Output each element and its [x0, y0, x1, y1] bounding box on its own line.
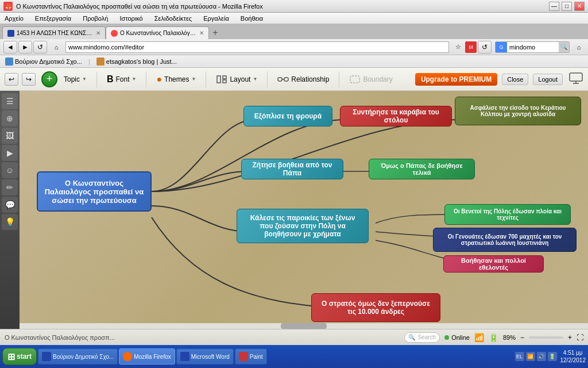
- taskbar-btn-paint[interactable]: Paint: [235, 348, 267, 365]
- sidebar-media-icon[interactable]: ▶: [2, 145, 18, 161]
- font-button[interactable]: B Font ▼: [102, 70, 142, 89]
- logout-button[interactable]: Logout: [533, 74, 563, 85]
- sidebar-menu-icon[interactable]: ☰: [2, 93, 18, 109]
- refresh-button[interactable]: ↺: [478, 41, 492, 53]
- tray-volume[interactable]: 🔊: [537, 352, 546, 361]
- tray-network[interactable]: 📶: [526, 352, 535, 361]
- node-5[interactable]: Όμως ο Πάπας δε βοήθησε τελικά: [369, 159, 475, 179]
- redo-button[interactable]: ↪: [22, 73, 36, 86]
- sidebar-note-icon[interactable]: 💡: [2, 214, 18, 230]
- taskbar: ⊞ start Βούριον Δημοτικό Σχο... Mozilla …: [0, 345, 588, 368]
- node-2[interactable]: Συντήρησε τα καράβια του στόλου: [340, 106, 452, 126]
- node2-text: Συντήρησε τα καράβια του στόλου: [346, 108, 446, 124]
- taskbar-btn-school[interactable]: Βούριον Δημοτικό Σχο...: [38, 348, 118, 365]
- tab-mindomo[interactable]: Ο Κωνσταντίνος Παλαιολόγος προσπ... ✕: [106, 26, 209, 39]
- status-search-box[interactable]: 🔍 Search: [404, 332, 440, 343]
- maximize-button[interactable]: □: [562, 2, 572, 11]
- central-node[interactable]: Ο Κωνσταντίνος Παλαιολόγος προσπαθεί να …: [37, 171, 152, 212]
- star-icon[interactable]: ☆: [452, 41, 464, 53]
- tab-1453[interactable]: 1453 Η ΑΛΩΣΗ ΤΗΣ ΚΩΝΣΤΑΝΤΙΝΟΥ... ✕: [2, 26, 106, 39]
- node1-text: Εξόπλισε τη φρουρά: [254, 112, 322, 120]
- tab1-close[interactable]: ✕: [96, 30, 100, 36]
- start-icon: ⊞: [7, 351, 15, 362]
- h-scrollbar[interactable]: [20, 323, 588, 329]
- forward-button[interactable]: ►: [18, 41, 32, 53]
- node9-text: Βοήθησαν και πολλοί εθελοντές: [450, 257, 537, 271]
- node-9[interactable]: Βοήθησαν και πολλοί εθελοντές: [443, 255, 544, 273]
- taskbar-icon-paint: [239, 352, 248, 361]
- lang-label: EL: [516, 354, 523, 359]
- menu-help[interactable]: Βοήθεια: [238, 14, 265, 23]
- left-sidebar: ☰ ⊕ 🖼 ▶ ☺ ✏ 💬 💡: [0, 91, 20, 329]
- add-topic-button[interactable]: +: [41, 71, 57, 87]
- topic-button[interactable]: Topic ▼: [59, 70, 92, 89]
- menu-file[interactable]: Αρχείο: [2, 14, 26, 23]
- mindmap-canvas[interactable]: Ο Κωνσταντίνος Παλαιολόγος προσπαθεί να …: [20, 91, 588, 329]
- menu-tools[interactable]: Εργαλεία: [201, 14, 231, 23]
- home-button[interactable]: ⌂: [51, 41, 62, 53]
- presentation-icon: [568, 72, 583, 85]
- bookmark-2[interactable]: etsagkatos's blog | Just...: [95, 57, 179, 66]
- node8-text: Οι Γενουάτες έδωσαν 700 μαχητές και τον …: [439, 233, 570, 246]
- presentation-button[interactable]: [568, 72, 583, 86]
- layout-chevron: ▼: [253, 76, 257, 82]
- search-button[interactable]: 🔍: [559, 41, 569, 53]
- node-7[interactable]: Οι Βενετοί της Πόλης έδωσαν πλοία και τε…: [444, 204, 571, 225]
- font-chevron: ▼: [132, 76, 137, 82]
- url-input[interactable]: [65, 41, 449, 53]
- menu-edit[interactable]: Επεξεργασία: [33, 14, 74, 23]
- sidebar-image-icon[interactable]: 🖼: [2, 128, 18, 144]
- node-3[interactable]: Ασφάλισε την είσοδο του Κεράτιου Κόλπου …: [455, 97, 581, 125]
- tray-battery[interactable]: 🔋: [548, 352, 557, 361]
- tray-lang[interactable]: EL: [515, 352, 524, 361]
- home-icon2[interactable]: ⌂: [573, 41, 585, 53]
- node-4[interactable]: Ζήτησε βοήθεια από τον Πάπα: [241, 159, 343, 179]
- zoom-level: 89%: [503, 334, 516, 341]
- menu-history[interactable]: Ιστορικό: [117, 14, 145, 23]
- themes-button[interactable]: ● Themes ▼: [151, 70, 201, 89]
- window-close-button[interactable]: ✕: [574, 2, 585, 11]
- fullscreen-button[interactable]: ⛶: [577, 334, 583, 342]
- start-button[interactable]: ⊞ start: [2, 348, 37, 365]
- sidebar-comment-icon[interactable]: 💬: [2, 197, 18, 213]
- menu-bookmarks[interactable]: Σελιδοδείκτες: [152, 14, 194, 23]
- minimize-button[interactable]: —: [549, 2, 559, 11]
- tab1-icon: [7, 30, 14, 37]
- svg-rect-0: [217, 76, 220, 83]
- node-8[interactable]: Οι Γενουάτες έδωσαν 700 μαχητές και τον …: [433, 228, 577, 252]
- themes-chevron: ▼: [191, 76, 196, 82]
- bookmark1-label: Βούριον Δημοτικό Σχο...: [15, 58, 82, 65]
- new-tab-button[interactable]: +: [209, 26, 222, 39]
- zoom-slider[interactable]: [529, 336, 563, 339]
- menu-view[interactable]: Προβολή: [80, 14, 110, 23]
- node-6[interactable]: Κάλεσε τις παροικίες των ξένων που ζούσα…: [237, 209, 369, 243]
- zoom-out-button[interactable]: −: [520, 334, 524, 342]
- taskbar-icon-firefox: [123, 352, 132, 361]
- sidebar-add-icon[interactable]: ⊕: [2, 110, 18, 126]
- svg-rect-6: [350, 76, 359, 83]
- system-tray: EL 📶 🔊 🔋: [515, 352, 557, 361]
- layout-button[interactable]: Layout ▼: [211, 70, 262, 89]
- close-button[interactable]: Close: [502, 74, 528, 85]
- node-1[interactable]: Εξόπλισε τη φρουρά: [243, 106, 332, 126]
- sep1: [96, 71, 97, 87]
- boundary-button[interactable]: Boundary: [344, 70, 397, 89]
- battery-icon: 🔋: [489, 333, 498, 342]
- svg-rect-4: [284, 78, 288, 81]
- upgrade-button[interactable]: Upgrade to PREMIUM: [415, 73, 497, 86]
- tab2-close[interactable]: ✕: [199, 30, 204, 36]
- back-button[interactable]: ◄: [3, 41, 17, 53]
- node-10[interactable]: Ο στρατός όμως δεν ξεπερνούσε τις 10.000…: [311, 293, 440, 322]
- taskbar-btn-word[interactable]: Microsoft Word: [176, 348, 234, 365]
- undo-button[interactable]: ↩: [5, 73, 18, 86]
- sidebar-edit-icon[interactable]: ✏: [2, 179, 18, 195]
- taskbar-btn-firefox[interactable]: Mozilla Firefox: [119, 348, 175, 365]
- bookmark-1[interactable]: Βούριον Δημοτικό Σχο...: [3, 57, 84, 66]
- h-scrollbar-thumb[interactable]: [281, 323, 327, 329]
- sep4: [267, 71, 268, 87]
- sidebar-emoji-icon[interactable]: ☺: [2, 162, 18, 178]
- relationship-button[interactable]: Relationship: [272, 70, 334, 89]
- search-input[interactable]: [507, 41, 559, 53]
- reload-button[interactable]: ↺: [33, 41, 47, 53]
- zoom-in-button[interactable]: +: [568, 334, 572, 342]
